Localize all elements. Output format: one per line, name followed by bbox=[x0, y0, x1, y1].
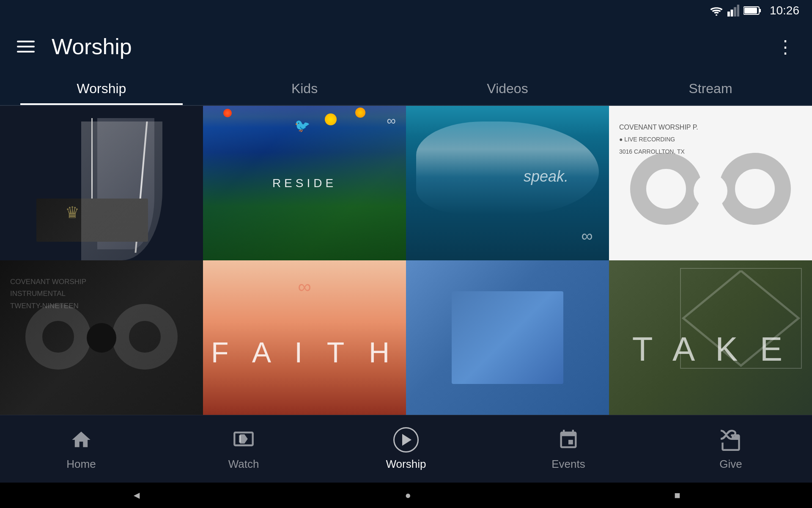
hamburger-menu[interactable] bbox=[17, 41, 35, 52]
give-label: Give bbox=[719, 458, 742, 471]
take-label: T A K E bbox=[632, 330, 789, 369]
tab-videos[interactable]: Videos bbox=[406, 72, 609, 105]
svg-rect-2 bbox=[731, 10, 733, 17]
tab-worship-label: Worship bbox=[77, 81, 126, 97]
battery-icon bbox=[743, 6, 761, 16]
more-options-button[interactable]: ⋮ bbox=[776, 36, 795, 57]
tab-stream-label: Stream bbox=[689, 81, 732, 97]
hamburger-line-2 bbox=[17, 46, 35, 47]
tab-kids-label: Kids bbox=[291, 81, 318, 97]
album-3-art: speak. ∞ bbox=[406, 106, 609, 260]
svg-point-0 bbox=[716, 14, 717, 16]
status-icons bbox=[710, 5, 761, 17]
tabs-bar: Worship Kids Videos Stream bbox=[0, 72, 812, 106]
svg-rect-3 bbox=[734, 7, 736, 17]
bottom-nav: Home Watch Worship Events bbox=[0, 415, 812, 483]
nav-item-watch[interactable]: Watch bbox=[162, 427, 325, 471]
header-title: Worship bbox=[52, 34, 132, 59]
status-time: 10:26 bbox=[770, 4, 799, 17]
album-item-6[interactable]: ∞ F A I T H bbox=[203, 260, 406, 415]
album-4-art: COVENANT WORSHIP P. ● LIVE RECORDING3016… bbox=[609, 106, 812, 260]
album-grid: ♛ 🐦 RESIDE ∞ speak. ∞ CO bbox=[0, 106, 812, 415]
svg-rect-6 bbox=[759, 9, 761, 12]
watch-label: Watch bbox=[228, 458, 259, 471]
events-icon bbox=[556, 427, 581, 453]
watch-svg bbox=[233, 429, 255, 451]
tab-stream[interactable]: Stream bbox=[609, 72, 812, 105]
signal-icon bbox=[727, 5, 739, 17]
worship-play bbox=[402, 434, 411, 446]
svg-rect-7 bbox=[744, 8, 757, 14]
faith-label: F A I T H bbox=[211, 336, 398, 369]
album-7-art bbox=[406, 260, 609, 415]
nav-item-events[interactable]: Events bbox=[487, 427, 650, 471]
svg-rect-1 bbox=[727, 11, 730, 17]
album-item-3[interactable]: speak. ∞ bbox=[406, 106, 609, 260]
album-item-1[interactable]: ♛ bbox=[0, 106, 203, 260]
album-item-2[interactable]: 🐦 RESIDE ∞ bbox=[203, 106, 406, 260]
album-1-art: ♛ bbox=[0, 106, 203, 260]
album-item-7[interactable] bbox=[406, 260, 609, 415]
android-back-button[interactable]: ◄ bbox=[132, 489, 142, 501]
home-svg bbox=[70, 429, 92, 451]
wifi-icon bbox=[710, 6, 723, 16]
album-2-art: 🐦 RESIDE ∞ bbox=[203, 106, 406, 260]
nav-item-worship[interactable]: Worship bbox=[325, 427, 487, 471]
reside-label: RESIDE bbox=[272, 177, 337, 190]
tab-worship[interactable]: Worship bbox=[0, 72, 203, 105]
hamburger-line-1 bbox=[17, 41, 35, 42]
svg-rect-4 bbox=[737, 5, 739, 17]
tab-videos-label: Videos bbox=[487, 81, 528, 97]
give-icon bbox=[718, 427, 743, 453]
home-icon bbox=[69, 427, 94, 453]
worship-nav-label: Worship bbox=[386, 458, 426, 471]
nav-item-give[interactable]: Give bbox=[650, 427, 812, 471]
android-home-button[interactable]: ● bbox=[405, 489, 411, 501]
album-item-4[interactable]: COVENANT WORSHIP P. ● LIVE RECORDING3016… bbox=[609, 106, 812, 260]
album-item-5[interactable]: COVENANT WORSHIPINSTRUMENTALTWENTY-NINET… bbox=[0, 260, 203, 415]
tab-kids[interactable]: Kids bbox=[203, 72, 406, 105]
speak-label: speak. bbox=[524, 168, 568, 185]
events-label: Events bbox=[551, 458, 585, 471]
home-label: Home bbox=[66, 458, 96, 471]
android-nav-bar: ◄ ● ■ bbox=[0, 483, 812, 508]
events-svg bbox=[557, 429, 579, 451]
co-logo-container bbox=[20, 295, 183, 380]
hamburger-line-3 bbox=[17, 51, 35, 52]
album-5-art: COVENANT WORSHIPINSTRUMENTALTWENTY-NINET… bbox=[0, 260, 203, 415]
album-6-art: ∞ F A I T H bbox=[203, 260, 406, 415]
give-svg bbox=[720, 429, 742, 451]
android-recents-button[interactable]: ■ bbox=[674, 489, 680, 501]
header: Worship ⋮ bbox=[0, 21, 812, 72]
blue-square bbox=[452, 291, 563, 384]
status-bar: 10:26 bbox=[0, 0, 812, 21]
co-small-icon: ∞ bbox=[298, 276, 311, 297]
header-left: Worship bbox=[17, 34, 132, 59]
worship-icon bbox=[393, 427, 419, 453]
album-8-art: T A K E bbox=[609, 260, 812, 415]
nav-item-home[interactable]: Home bbox=[0, 427, 162, 471]
album-item-8[interactable]: T A K E bbox=[609, 260, 812, 415]
watch-icon bbox=[231, 427, 256, 453]
worship-circle bbox=[393, 427, 419, 453]
infinity-container bbox=[625, 152, 796, 230]
